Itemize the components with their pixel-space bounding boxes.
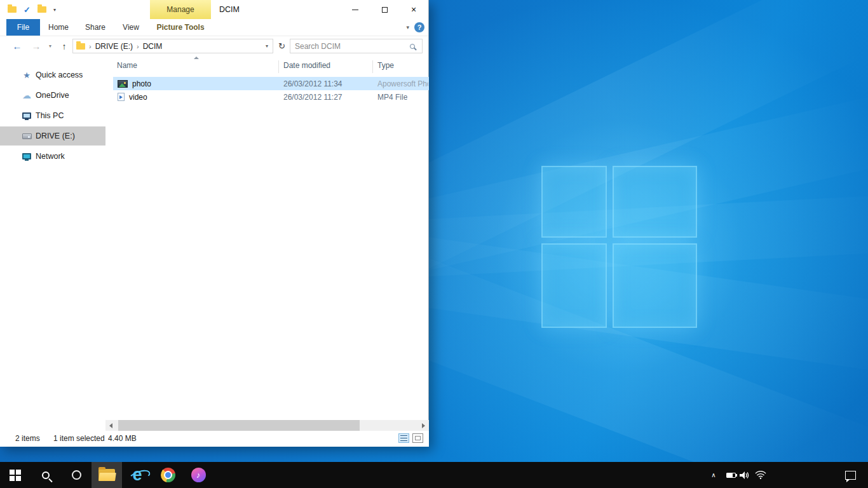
start-button[interactable] [0,462,31,488]
sidebar-item-label: Network [36,152,65,161]
windows-logo-pane [541,166,607,238]
tab-view[interactable]: View [114,19,148,36]
folder-icon [76,43,85,50]
folder-icon[interactable] [8,6,17,13]
item-count: 2 items [15,434,40,443]
breadcrumb-separator: › [137,43,139,50]
sidebar-item-this-pc[interactable]: This PC [0,106,105,125]
contextual-tab-manage[interactable]: Manage [150,0,211,19]
maximize-icon [382,7,388,13]
this-pc-icon [22,112,32,119]
column-header-date-modified[interactable]: Date modified [283,61,330,70]
internet-explorer-button[interactable]: e [122,462,153,488]
search-icon [42,471,50,479]
file-row-video[interactable]: video 26/03/2012 11:27 MP4 File [113,90,429,104]
itunes-icon: ♪ [191,468,206,482]
onedrive-cloud-icon: ☁ [22,91,32,100]
scroll-right-arrow[interactable] [418,420,429,431]
up-button[interactable]: ↑ [56,36,72,56]
battery-icon[interactable] [723,462,738,488]
file-explorer-icon [98,469,115,481]
tab-picture-tools[interactable]: Picture Tools [150,19,211,36]
ribbon-collapse-chevron-icon[interactable]: ▾ [406,19,409,36]
search-input[interactable] [290,42,410,51]
column-header-name[interactable]: Name [117,61,137,70]
breadcrumb-separator: › [89,43,92,50]
tab-file[interactable]: File [6,19,40,36]
windows-logo-pane [613,166,697,238]
minimize-icon [352,10,358,10]
windows-logo-pane [613,243,697,328]
column-header-type[interactable]: Type [377,61,394,70]
sidebar-item-network[interactable]: Network [0,147,105,166]
quick-access-toolbar: ✓ ▾ [8,0,56,19]
column-separator[interactable] [278,60,279,73]
maximize-button[interactable] [370,0,399,19]
internet-explorer-icon: e [132,466,142,484]
details-view-icon[interactable] [398,433,409,443]
itunes-button[interactable]: ♪ [183,462,214,488]
scrollbar-thumb[interactable] [118,420,360,431]
search-icon[interactable] [410,44,415,49]
column-separator[interactable] [372,60,373,73]
cortana-button[interactable] [61,462,92,488]
action-center-button[interactable] [837,462,863,488]
navigation-bar: ← → ▾ ↑ › DRIVE (E:) › DCIM ▾ ↻ [0,36,428,56]
file-date-modified: 26/03/2012 11:34 [283,79,342,88]
selection-size: 4.40 MB [108,434,137,443]
sidebar-item-quick-access[interactable]: ★ Quick access [0,65,105,85]
title-bar[interactable]: ✓ ▾ Manage DCIM × [0,0,428,19]
sidebar-item-label: Quick access [36,71,83,79]
chrome-icon [161,468,175,482]
file-date-modified: 26/03/2012 11:27 [283,93,342,102]
start-icon [10,470,21,481]
scroll-left-arrow[interactable] [105,420,116,431]
new-folder-icon[interactable] [37,6,46,13]
sidebar-item-label: DRIVE (E:) [36,132,75,140]
windows-logo-pane [541,243,607,328]
forward-button[interactable]: → [28,36,44,56]
close-button[interactable]: × [399,0,428,19]
video-file-icon [118,93,125,101]
file-type: Apowersoft Pho [377,79,428,88]
cortana-icon [72,470,81,480]
volume-icon[interactable] [737,462,752,488]
chrome-button[interactable] [153,462,183,488]
taskbar-search-button[interactable] [31,462,61,488]
back-button[interactable]: ← [9,36,25,56]
properties-check-icon[interactable]: ✓ [24,6,31,14]
refresh-icon[interactable]: ↻ [275,39,288,53]
recent-locations-dropdown-icon[interactable]: ▾ [46,36,55,56]
windows-logo [541,166,697,328]
large-icons-view-icon[interactable] [412,433,423,443]
wifi-icon[interactable] [752,462,769,488]
sidebar-item-label: OneDrive [36,91,69,100]
left-triangle-icon [109,423,112,428]
taskbar-file-explorer-button[interactable] [92,462,122,488]
file-row-photo[interactable]: photo 26/03/2012 11:34 Apowersoft Pho [113,77,429,90]
speaker-glyph [740,471,750,480]
status-bar: 2 items 1 item selected 4.40 MB [0,431,429,447]
customize-dropdown-icon[interactable]: ▾ [53,7,56,13]
hidden-icons-chevron[interactable]: ∧ [705,462,722,488]
file-name: video [129,93,147,102]
minimize-button[interactable] [341,0,370,19]
quick-access-star-icon: ★ [22,71,32,79]
breadcrumb-drive[interactable]: DRIVE (E:) [95,42,133,51]
selection-status: 1 item selected [53,434,105,443]
wifi-glyph [755,471,766,479]
address-bar[interactable]: › DRIVE (E:) › DCIM ▾ [72,39,273,53]
help-icon[interactable]: ? [414,22,424,32]
breadcrumb-folder[interactable]: DCIM [143,42,163,51]
search-box [290,39,423,53]
file-name: photo [132,79,151,88]
tab-home[interactable]: Home [40,19,77,36]
sidebar-item-onedrive[interactable]: ☁ OneDrive [0,86,105,105]
tab-share[interactable]: Share [77,19,114,36]
sidebar-item-drive-e[interactable]: DRIVE (E:) [0,126,105,146]
file-explorer-window: ✓ ▾ Manage DCIM × File Home Share View P… [0,0,429,447]
navigation-pane: ★ Quick access ☁ OneDrive This PC DRIVE … [0,56,105,420]
address-dropdown-icon[interactable]: ▾ [266,43,268,49]
horizontal-scrollbar[interactable] [105,420,429,431]
sort-ascending-caret-icon [194,57,199,59]
